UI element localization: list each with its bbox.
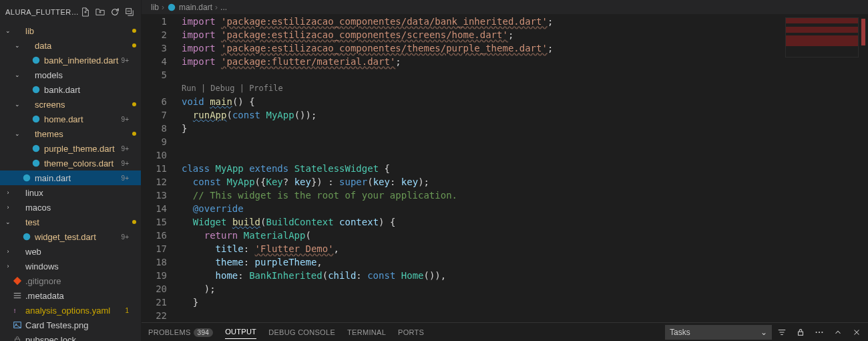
tree-item[interactable]: purple_theme.dart9+: [0, 141, 141, 156]
tree-item[interactable]: ⌄lib: [0, 23, 141, 38]
tree-item[interactable]: ›web: [0, 244, 141, 259]
tree-item[interactable]: ›linux: [0, 185, 141, 200]
panel-tab[interactable]: OUTPUT: [225, 325, 256, 339]
breadcrumb-bar: lib › main.dart › ...: [142, 0, 868, 15]
code-line[interactable]: [182, 309, 868, 322]
code-line[interactable]: runApp(const MyApp());: [182, 108, 868, 122]
svg-point-15: [819, 332, 820, 333]
tree-item[interactable]: theme_colors.dart9+: [0, 156, 141, 170]
code-line[interactable]: import 'package:flutter/material.dart';: [182, 55, 868, 68]
tree-item[interactable]: Card Testes.png: [0, 318, 141, 332]
code-line[interactable]: [182, 148, 868, 162]
code-line[interactable]: theme: purpleTheme,: [182, 255, 868, 269]
code-line[interactable]: }: [182, 122, 868, 135]
lock-icon[interactable]: [796, 328, 805, 337]
chevron-icon: ›: [4, 189, 12, 196]
tree-item-label: analysis_options.yaml: [25, 306, 122, 316]
code-line[interactable]: title: 'Flutter Demo',: [182, 242, 868, 255]
file-icon: [31, 114, 41, 124]
code-line[interactable]: void main() {: [182, 95, 868, 108]
tree-item-label: macos: [25, 203, 132, 213]
file-icon: [31, 85, 41, 94]
breadcrumb[interactable]: lib › main.dart › ...: [142, 3, 236, 12]
tree-item[interactable]: main.dart9+: [0, 170, 141, 185]
code-lens[interactable]: Run | Debug | Profile: [182, 82, 868, 95]
code-line[interactable]: home: BankInherited(child: const Home())…: [182, 269, 868, 282]
project-name: ALURA_FLUTTER_...: [5, 8, 79, 16]
collapse-all-icon[interactable]: [124, 6, 136, 18]
tree-item[interactable]: !analysis_options.yaml1: [0, 303, 141, 318]
refresh-icon[interactable]: [109, 6, 121, 18]
code-editor[interactable]: 12345678910111213141516171819202122 impo…: [142, 15, 868, 322]
maximize-panel-icon[interactable]: [833, 328, 843, 337]
tree-item[interactable]: widget_test.dart9+: [0, 229, 141, 244]
tree-item-label: Card Testes.png: [25, 320, 132, 330]
bottom-panel: PROBLEMS394OUTPUTDEBUG CONSOLETERMINALPO…: [142, 322, 868, 341]
chevron-right-icon: ›: [162, 3, 164, 12]
code-line[interactable]: [182, 68, 868, 82]
code-line[interactable]: class MyApp extends StatelessWidget {: [182, 162, 868, 175]
tree-item-label: lib: [25, 26, 132, 36]
problem-badge: 9+: [119, 145, 132, 152]
filter-icon[interactable]: [777, 328, 787, 337]
code-line[interactable]: [182, 135, 868, 148]
svg-point-2: [33, 86, 40, 94]
code-line[interactable]: );: [182, 282, 868, 296]
more-icon[interactable]: [815, 328, 824, 337]
close-panel-icon[interactable]: [852, 328, 861, 337]
tree-item[interactable]: bank_inherited.dart9+: [0, 53, 141, 68]
breadcrumb-file: main.dart: [179, 3, 212, 12]
code-line[interactable]: import 'package:estilizacao_componentes/…: [182, 41, 868, 55]
output-channel-select[interactable]: Tasks ⌄: [665, 325, 772, 340]
svg-point-6: [23, 175, 31, 182]
code-line[interactable]: // This widget is the root of your appli…: [182, 189, 868, 202]
code-line[interactable]: @override: [182, 202, 868, 215]
tree-item[interactable]: ⌄test: [0, 215, 141, 229]
code-line[interactable]: import 'package:estilizacao_componentes/…: [182, 15, 868, 28]
tree-item[interactable]: ›macos: [0, 200, 141, 215]
problem-badge: 9+: [119, 57, 132, 64]
explorer-sidebar: ALURA_FLUTTER_... ⌄lib⌄databank_inherite…: [0, 0, 142, 341]
tree-item-label: theme_colors.dart: [44, 158, 119, 168]
tree-item[interactable]: ⌄themes: [0, 126, 141, 141]
code-line[interactable]: import 'package:estilizacao_componentes/…: [182, 28, 868, 41]
tree-item-label: .metadata: [25, 291, 132, 301]
new-folder-icon[interactable]: [94, 6, 106, 18]
panel-tab[interactable]: PORTS: [398, 326, 424, 339]
tree-item-label: .gitignore: [25, 276, 132, 286]
code-line[interactable]: return MaterialApp(: [182, 229, 868, 242]
chevron-icon: ⌄: [13, 101, 21, 108]
chevron-icon: ⌄: [4, 27, 12, 34]
code-content[interactable]: import 'package:estilizacao_componentes/…: [179, 15, 868, 322]
minimap[interactable]: [785, 17, 859, 58]
tree-item-label: home.dart: [44, 114, 119, 124]
panel-tab[interactable]: DEBUG CONSOLE: [268, 326, 335, 339]
dart-file-icon: [167, 3, 176, 12]
svg-point-5: [33, 160, 40, 167]
svg-point-12: [168, 3, 176, 11]
file-icon: [21, 173, 32, 183]
panel-actions: [777, 328, 861, 337]
panel-tab[interactable]: TERMINAL: [347, 326, 386, 339]
code-line[interactable]: }: [182, 296, 868, 309]
tree-item[interactable]: ⌄models: [0, 68, 141, 82]
tree-item[interactable]: .metadata: [0, 288, 141, 303]
file-icon: [21, 232, 32, 241]
tree-item[interactable]: .gitignore: [0, 273, 141, 288]
problem-badge: 9+: [119, 175, 132, 182]
chevron-icon: ⌄: [13, 42, 21, 49]
tree-item-label: themes: [35, 129, 132, 139]
modified-dot: [132, 220, 137, 224]
new-file-icon[interactable]: [79, 6, 91, 18]
tree-item[interactable]: home.dart9+: [0, 112, 141, 126]
editor-area: lib › main.dart › ... 123456789101112131…: [142, 0, 868, 341]
overview-ruler[interactable]: [859, 15, 868, 322]
panel-tab[interactable]: PROBLEMS394: [148, 326, 213, 339]
tree-item[interactable]: ›windows: [0, 259, 141, 273]
code-line[interactable]: Widget build(BuildContext context) {: [182, 215, 868, 229]
code-line[interactable]: const MyApp({Key? key}) : super(key: key…: [182, 175, 868, 189]
tree-item[interactable]: ⌄screens: [0, 97, 141, 112]
tree-item[interactable]: ⌄data: [0, 38, 141, 53]
tree-item[interactable]: pubspec.lock: [0, 332, 141, 341]
tree-item[interactable]: bank.dart: [0, 82, 141, 97]
